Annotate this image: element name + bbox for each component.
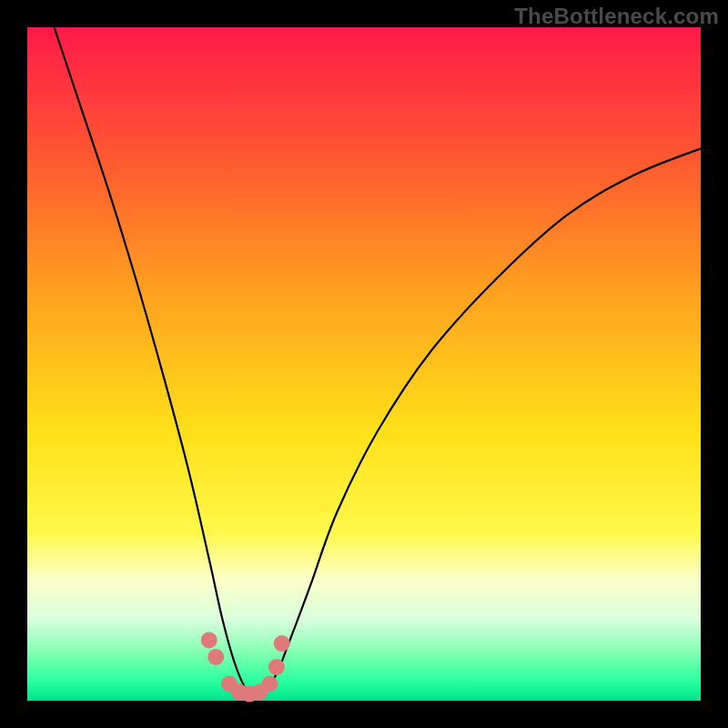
curve-layer [27,27,701,701]
marker-point [261,676,278,693]
marker-point [201,632,217,648]
marker-point [274,635,290,652]
marker-point [207,649,224,665]
marker-group [201,632,290,702]
plot-area [27,27,701,701]
chart-frame: TheBottleneck.com [0,0,728,728]
watermark-text: TheBottleneck.com [514,4,719,29]
bottleneck-curve [55,27,701,697]
marker-point [268,659,285,675]
